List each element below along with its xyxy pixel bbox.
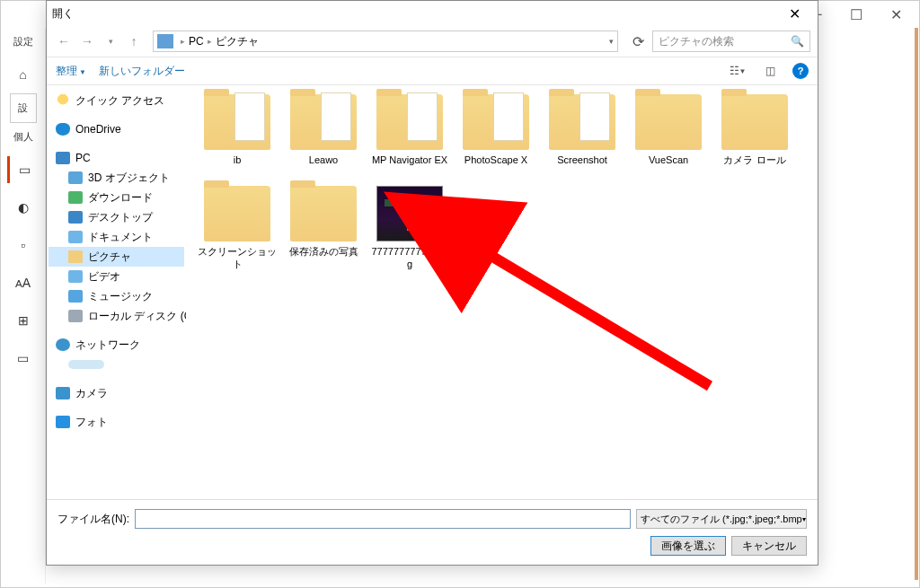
tree-videos[interactable]: ビデオ bbox=[49, 267, 184, 286]
parent-set-button[interactable]: 設 bbox=[10, 93, 37, 123]
tree-desktop[interactable]: デスクトップ bbox=[49, 207, 184, 227]
breadcrumb-bar[interactable]: ▸ PC ▸ ピクチャ ▾ bbox=[153, 31, 618, 52]
tree-network-item[interactable] bbox=[49, 355, 184, 374]
folder-item[interactable]: VueScan bbox=[626, 92, 711, 182]
search-icon: 🔍 bbox=[791, 35, 804, 48]
search-input[interactable]: ピクチャの検索 🔍 bbox=[652, 31, 810, 52]
video-icon bbox=[68, 270, 83, 283]
network-icon bbox=[56, 338, 70, 351]
item-label: ib bbox=[232, 154, 243, 166]
folder-icon bbox=[463, 94, 529, 150]
organize-menu[interactable]: 整理▼ bbox=[56, 64, 86, 79]
tree-3d-objects[interactable]: 3D オブジェクト bbox=[49, 168, 184, 188]
file-item[interactable]: 777777777777.jpg bbox=[367, 184, 452, 274]
tree-camera[interactable]: カメラ bbox=[49, 383, 184, 403]
item-label: 777777777777.jpg bbox=[367, 245, 452, 271]
tree-downloads[interactable]: ダウンロード bbox=[49, 188, 184, 207]
tree-pc[interactable]: PC bbox=[49, 148, 184, 168]
breadcrumb-pc[interactable]: PC bbox=[189, 35, 204, 48]
disk-icon bbox=[68, 310, 83, 322]
filename-label: ファイル名(N): bbox=[58, 512, 129, 527]
parent-nav-palette-icon[interactable]: ◐ bbox=[7, 194, 40, 221]
download-icon bbox=[68, 191, 83, 204]
parent-home-icon[interactable]: ⌂ bbox=[7, 61, 40, 88]
folder-item[interactable]: カメラ ロール bbox=[712, 92, 797, 182]
pc-icon bbox=[56, 152, 70, 164]
search-placeholder: ピクチャの検索 bbox=[659, 34, 734, 49]
tree-documents[interactable]: ドキュメント bbox=[49, 227, 184, 247]
folder-item[interactable]: Leawo bbox=[281, 92, 366, 182]
item-label: 保存済みの写真 bbox=[288, 245, 360, 258]
item-label: スクリーンショット bbox=[195, 245, 279, 271]
folder-item[interactable]: スクリーンショット bbox=[195, 184, 279, 274]
music-icon bbox=[68, 290, 83, 303]
cube-icon bbox=[68, 171, 83, 184]
parent-nav-font-icon[interactable]: AA bbox=[7, 269, 40, 296]
nav-forward-button[interactable]: → bbox=[77, 31, 97, 51]
desktop-icon bbox=[68, 211, 83, 224]
folder-item[interactable]: MP Navigator EX bbox=[367, 92, 452, 182]
parent-right-edge bbox=[915, 28, 918, 580]
dialog-bottom-bar: ファイル名(N): すべてのファイル (*.jpg;*.jpeg;*.bmp▾ … bbox=[47, 499, 818, 565]
refresh-button[interactable]: ⟳ bbox=[627, 31, 649, 52]
parent-nav-taskbar-icon[interactable]: ▭ bbox=[7, 345, 40, 372]
nav-up-button[interactable]: ↑ bbox=[124, 31, 144, 51]
help-button[interactable]: ? bbox=[792, 63, 809, 79]
folder-icon bbox=[204, 94, 270, 150]
folder-item[interactable]: Screenshot bbox=[540, 92, 624, 182]
parent-nav-image-icon[interactable]: ▭ bbox=[7, 156, 40, 183]
filename-input[interactable] bbox=[135, 509, 631, 529]
file-filter-dropdown[interactable]: すべてのファイル (*.jpg;*.jpeg;*.bmp▾ bbox=[636, 509, 807, 529]
dialog-body: クイック アクセス OneDrive PC 3D オブジェクト ダウンロード デ… bbox=[47, 85, 818, 499]
nav-back-button[interactable]: ← bbox=[54, 31, 74, 51]
breadcrumb-dropdown-icon[interactable]: ▾ bbox=[609, 37, 614, 46]
folder-icon bbox=[549, 94, 615, 150]
folder-icon bbox=[68, 250, 83, 263]
tree-local-disk[interactable]: ローカル ディスク (C:) bbox=[49, 306, 184, 326]
file-grid: ibLeawoMP Navigator EXPhotoScape XScreen… bbox=[186, 85, 818, 499]
photo-icon bbox=[56, 416, 70, 428]
breadcrumb-pictures[interactable]: ピクチャ bbox=[216, 34, 259, 49]
folder-item[interactable]: ib bbox=[195, 92, 279, 182]
folder-item[interactable]: 保存済みの写真 bbox=[281, 184, 366, 274]
network-placeholder-icon bbox=[68, 360, 104, 369]
dialog-titlebar: 開く ✕ bbox=[47, 1, 818, 26]
folder-icon bbox=[376, 94, 443, 150]
parent-settings-label: 設定 bbox=[10, 28, 37, 56]
file-open-dialog: 開く ✕ ← → ▾ ↑ ▸ PC ▸ ピクチャ ▾ ⟳ ピクチャの検索 🔍 整… bbox=[46, 0, 818, 566]
parent-sidebar: 設定 ⌂ 設 個人 ▭ ◐ ▫ AA ⊞ ▭ bbox=[1, 28, 46, 584]
tree-pictures[interactable]: ピクチャ bbox=[49, 247, 184, 267]
folder-icon bbox=[204, 186, 270, 241]
tree-onedrive[interactable]: OneDrive bbox=[49, 119, 184, 139]
folder-icon bbox=[290, 94, 357, 150]
parent-nav-start-icon[interactable]: ⊞ bbox=[7, 307, 40, 334]
document-icon bbox=[68, 231, 83, 243]
parent-close-button[interactable]: ✕ bbox=[876, 2, 916, 27]
image-thumbnail bbox=[376, 186, 443, 241]
cancel-button[interactable]: キャンセル bbox=[731, 536, 807, 556]
open-button[interactable]: 画像を選ぶ bbox=[650, 536, 726, 556]
folder-item[interactable]: PhotoScape X bbox=[454, 92, 538, 182]
cloud-icon bbox=[56, 123, 70, 136]
parent-nav-lock-icon[interactable]: ▫ bbox=[7, 232, 40, 259]
star-icon bbox=[56, 94, 70, 107]
nav-recent-dropdown[interactable]: ▾ bbox=[101, 31, 120, 51]
folder-icon bbox=[635, 94, 702, 150]
tree-music[interactable]: ミュージック bbox=[49, 286, 184, 306]
item-label: VueScan bbox=[647, 154, 690, 166]
view-mode-button[interactable]: ☷▼ bbox=[728, 62, 748, 80]
preview-pane-button[interactable]: ◫ bbox=[760, 62, 780, 80]
new-folder-button[interactable]: 新しいフォルダー bbox=[99, 64, 185, 79]
tree-photos[interactable]: フォト bbox=[49, 412, 184, 432]
dialog-close-button[interactable]: ✕ bbox=[776, 5, 812, 22]
folder-icon bbox=[721, 94, 788, 150]
breadcrumb-sep-icon: ▸ bbox=[208, 37, 212, 46]
item-label: MP Navigator EX bbox=[370, 154, 449, 166]
dialog-toolbar: 整理▼ 新しいフォルダー ☷▼ ◫ ? bbox=[47, 57, 818, 85]
item-label: Leawo bbox=[307, 154, 340, 166]
tree-quick-access[interactable]: クイック アクセス bbox=[49, 91, 184, 110]
tree-network[interactable]: ネットワーク bbox=[49, 335, 184, 355]
camera-icon bbox=[56, 387, 70, 399]
parent-maximize-button[interactable]: ☐ bbox=[836, 2, 876, 27]
item-label: PhotoScape X bbox=[463, 154, 529, 166]
